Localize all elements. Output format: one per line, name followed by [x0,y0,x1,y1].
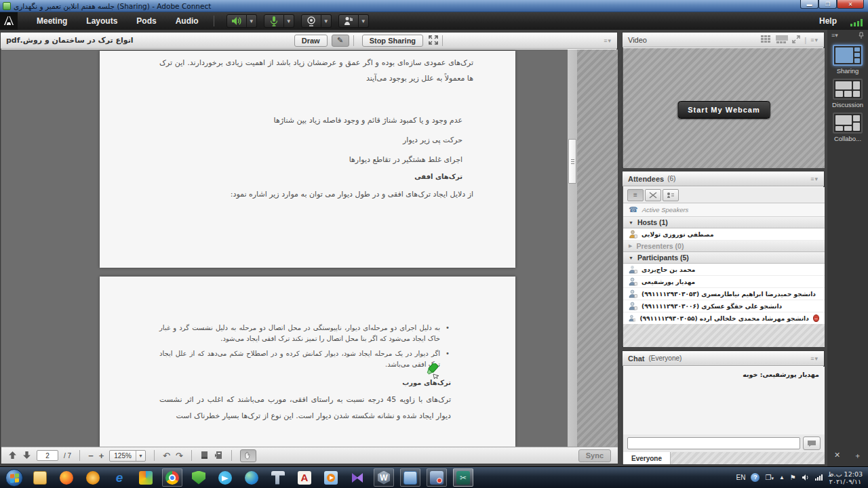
pen-tool-button[interactable]: ✎ [332,35,349,47]
layout-label-collaboration[interactable]: Collabo... [827,135,868,142]
share-pod-menu-icon[interactable]: ≡▾ [604,37,612,44]
webcam-dropdown[interactable]: ▼ [321,14,332,28]
maximize-button[interactable]: ❐ [818,0,837,9]
close-button[interactable]: ✕ [837,0,864,9]
video-pod-menu-icon[interactable]: ≡▾ [810,37,818,43]
participants-section-header[interactable]: ▼Participants (5) [623,252,825,264]
host-row[interactable]: مصطفی نوروزی تولایی [623,228,825,241]
speaker-dropdown[interactable]: ▼ [247,14,257,28]
taskbar-icon-telegram[interactable] [215,468,235,487]
stop-sharing-button[interactable]: Stop Sharing [362,35,423,47]
menu-meeting[interactable]: Meeting [27,16,77,26]
layout-label-discussion[interactable]: Discussion [827,101,868,108]
raise-hand-dropdown[interactable]: ▼ [359,14,369,28]
raise-hand-button[interactable] [338,14,359,28]
taskbar-icon-remote-desktop[interactable] [400,468,420,487]
layout-bar-menu-icon[interactable]: ≡▾ [831,32,838,40]
close-layout-icon[interactable]: ✕ [834,451,840,461]
breakout-view-button[interactable] [645,189,661,201]
scrollbar-thumb[interactable] [568,139,576,184]
microphone-button[interactable] [264,14,284,28]
add-layout-icon[interactable]: ＋ [854,451,861,461]
layout-label-sharing[interactable]: Sharing [827,67,868,75]
participant-row[interactable]: مهدیار پورشفیعی [623,276,825,288]
taskbar-icon-sun-app[interactable] [83,468,103,487]
page-up-icon[interactable] [8,451,17,461]
taskbar-icon-paint3d[interactable] [136,468,156,487]
page-down-icon[interactable] [22,451,31,461]
hidden-icons-arrow[interactable]: ▲ [779,474,785,481]
video-fullscreen-icon[interactable] [792,35,800,45]
zoom-out-icon[interactable]: − [88,451,94,460]
menu-audio[interactable]: Audio [166,16,208,26]
fit-width-icon[interactable] [214,451,223,461]
participant-row[interactable]: محمد بن حاج‌یزدی [623,264,825,276]
layout-thumb-sharing[interactable] [833,45,863,66]
webcam-button[interactable] [301,14,321,28]
participant-row[interactable]: دانشجو علی حقگو عسکری (۹۹۱۱۱۱۲۹۳۰۳۰۰۶) [623,300,825,312]
taskbar-icon-firefox[interactable] [56,468,77,487]
participant-row[interactable]: دانشجو مهرشاد محمدی خلخالی ارده (۹۹۱۱۱۱۲… [623,312,825,325]
document-view[interactable]: ترک‌های عمودی سازه‌ای بوده و اگر عمق و ع… [1,49,618,447]
menu-pods[interactable]: Pods [127,16,165,26]
tray-speaker-icon[interactable] [802,472,810,484]
connection-status-icon[interactable] [850,19,863,26]
taskbar-icon-windscribe[interactable]: W [374,468,394,487]
menu-layouts[interactable]: Layouts [77,16,127,26]
taskbar-icon-kmplayer[interactable] [347,468,368,487]
tray-clock[interactable]: 12:03 ب.ظ ۲۰۲۱/۰۹/۱۱ [828,470,863,485]
layout-thumb-collaboration[interactable] [833,113,863,134]
microphone-dropdown[interactable]: ▼ [284,14,294,28]
chat-tab-everyone[interactable]: Everyone [623,452,671,464]
taskbar-icon-edge[interactable] [241,468,262,487]
sync-button[interactable]: Sync [578,449,611,462]
windows-flag-icon [10,473,19,483]
taskbar-icon-media-player[interactable] [321,468,341,487]
title-bar: جلسه هفتم انلاین تعمیر و نگهداری (Sharin… [0,0,868,12]
presenters-section-header[interactable]: ▶Presenters (0) [623,241,825,252]
zoom-dropdown-icon[interactable]: ▼ [136,451,145,461]
start-button[interactable] [5,469,23,487]
chat-input[interactable] [627,437,800,449]
hosts-section-header[interactable]: ▼Hosts (1) [623,217,825,228]
minimize-button[interactable]: ▬ [800,0,818,9]
language-indicator[interactable]: EN [736,474,746,481]
clock-date: ۲۰۲۱/۰۹/۱۱ [828,478,863,485]
menu-help[interactable]: Help [819,16,837,26]
taskbar-icon-explorer[interactable] [30,468,50,487]
chat-send-button[interactable] [803,436,821,450]
network-icon[interactable] [815,474,823,481]
page-number-input[interactable]: 2 [37,450,58,461]
draw-button[interactable]: Draw [294,35,328,47]
chat-pod-menu-icon[interactable]: ≡▾ [810,355,818,362]
taskbar-icon-tool-app[interactable] [268,468,288,487]
participant-row[interactable]: دانشجو حمیدرضا ابراهیم نیاطارمسری (۹۹۱۱۱… [623,288,825,300]
start-webcam-button[interactable]: Start My Webcam [677,101,770,119]
undo-icon[interactable]: ↶ [163,451,170,460]
zoom-in-icon[interactable]: + [99,451,104,460]
zoom-select[interactable]: 125% ▼ [109,450,146,462]
doc-bullet: اگر دیوار در یک مرحله ایجاد شود، دیوار ک… [159,348,451,370]
filmstrip-view-icon[interactable] [776,35,788,45]
tray-help-icon[interactable]: ? [751,473,760,482]
document-scrollbar[interactable] [568,49,577,447]
taskbar-icon-adobe-connect[interactable]: ✂ [453,468,473,487]
taskbar-icon-internet-explorer[interactable]: e [109,468,130,487]
tray-window-icon[interactable]: ❐▾ [765,474,773,481]
attendees-pod-menu-icon[interactable]: ≡▾ [810,176,818,182]
attendee-list-view-button[interactable]: ≡ [627,189,644,201]
taskbar-icon-autocad[interactable]: A [294,468,315,487]
attendee-status-view-button[interactable] [663,189,679,201]
pin-icon[interactable] [859,32,864,40]
action-center-icon[interactable]: ⚑ [790,474,796,481]
speaker-button[interactable] [226,14,247,28]
taskbar-icon-screen-recorder[interactable] [427,468,447,487]
fit-page-icon[interactable] [200,451,209,461]
taskbar-icon-chrome[interactable] [162,468,182,487]
grid-view-icon[interactable] [761,35,772,45]
redo-icon[interactable]: ↷ [176,451,183,460]
taskbar-icon-antivirus[interactable] [189,468,209,487]
fullscreen-icon[interactable] [429,35,438,46]
pan-tool-button[interactable] [240,449,256,462]
layout-thumb-discussion[interactable] [833,79,863,100]
